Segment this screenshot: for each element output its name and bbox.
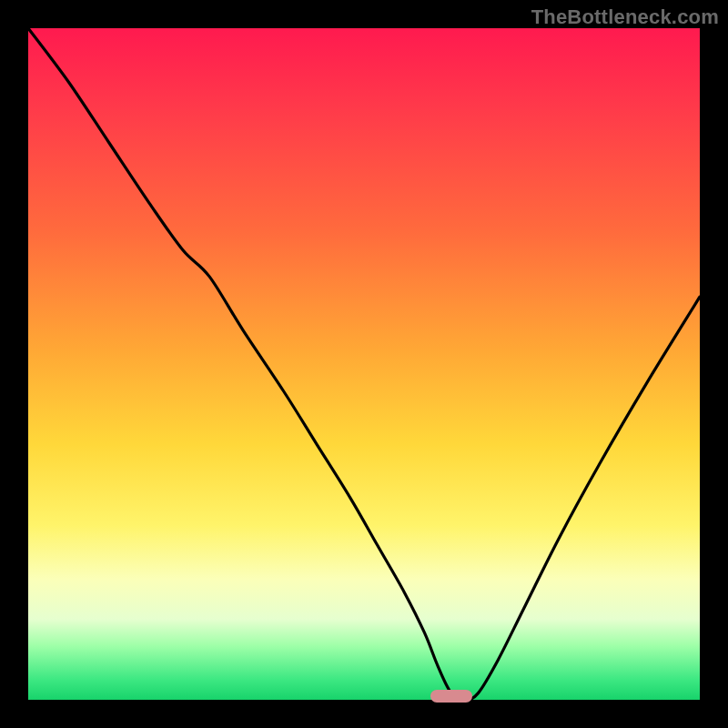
bottleneck-curve: [28, 28, 700, 700]
optimal-marker: [430, 690, 472, 703]
plot-area: [28, 28, 700, 700]
watermark-text: TheBottleneck.com: [531, 5, 719, 29]
chart-frame: TheBottleneck.com: [0, 0, 728, 728]
